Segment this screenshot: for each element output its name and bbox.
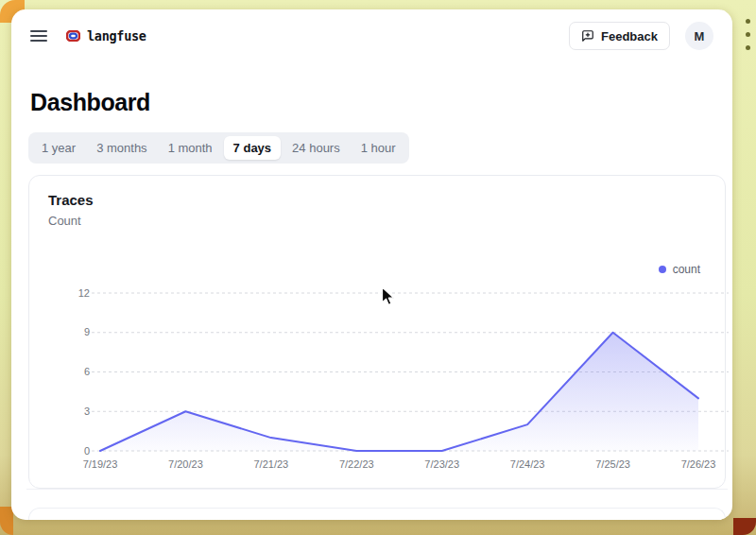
x-tick-label: 7/19/23 — [83, 458, 118, 470]
langfuse-knot-icon — [66, 30, 80, 42]
y-tick-label: 9 — [84, 326, 90, 337]
brand-name: langfuse — [87, 28, 146, 43]
top-navbar: langfuse Feedback M — [11, 9, 732, 62]
frame-dots-decoration — [746, 19, 750, 50]
x-tick-label: 7/26/23 — [681, 458, 716, 470]
chart-legend: count — [659, 263, 700, 276]
next-card-peek — [28, 508, 726, 520]
app-window: langfuse Feedback M Dashboard — [11, 9, 732, 520]
gif-decorative-frame: langfuse Feedback M Dashboard — [0, 0, 756, 535]
tab-24-hours[interactable]: 24 hours — [283, 136, 350, 160]
x-tick-label: 7/25/23 — [595, 458, 630, 470]
header-actions: Feedback M — [569, 22, 713, 50]
tab-1-month[interactable]: 1 month — [159, 136, 222, 160]
page-title: Dashboard — [30, 89, 150, 116]
frame-accent-bottom-right — [733, 518, 756, 535]
chart-subtitle: Count — [48, 214, 81, 228]
next-card-divider — [26, 489, 728, 490]
legend-label: count — [673, 263, 700, 276]
area-fill — [100, 333, 698, 451]
tab-1-hour[interactable]: 1 hour — [352, 136, 405, 160]
tab-3-months[interactable]: 3 months — [87, 136, 156, 160]
message-square-plus-icon — [581, 29, 594, 43]
x-tick-label: 7/24/23 — [510, 458, 545, 470]
traces-chart-card: Traces Count count 0369127/19/237/20/237… — [28, 175, 726, 489]
tab-1-year[interactable]: 1 year — [32, 136, 85, 160]
user-avatar[interactable]: M — [685, 22, 713, 50]
tab-7-days[interactable]: 7 days — [224, 136, 281, 160]
y-tick-label: 3 — [84, 406, 90, 417]
traces-area-chart: 0369127/19/237/20/237/21/237/22/237/23/2… — [67, 282, 732, 475]
chart-title: Traces — [48, 192, 94, 208]
x-tick-label: 7/22/23 — [339, 458, 374, 470]
time-range-tabs: 1 year3 months1 month7 days24 hours1 hou… — [28, 132, 409, 164]
frame-accent-bottom-left — [0, 507, 13, 535]
menu-icon[interactable] — [30, 30, 47, 42]
x-tick-label: 7/20/23 — [168, 458, 203, 470]
feedback-button[interactable]: Feedback — [569, 22, 670, 50]
legend-dot-icon — [659, 266, 666, 273]
y-tick-label: 0 — [84, 445, 90, 457]
brand-logo[interactable]: langfuse — [66, 28, 146, 43]
x-tick-label: 7/21/23 — [254, 458, 289, 470]
feedback-label: Feedback — [601, 29, 658, 43]
avatar-initial: M — [695, 29, 705, 43]
y-tick-label: 12 — [78, 287, 90, 299]
x-tick-label: 7/23/23 — [424, 458, 459, 470]
y-tick-label: 6 — [84, 366, 90, 377]
